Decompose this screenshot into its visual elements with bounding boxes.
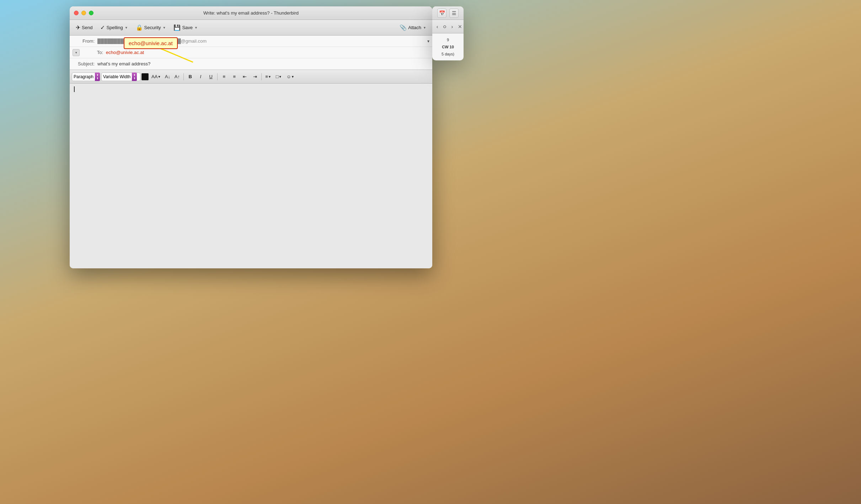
security-button[interactable]: 🔒 Security ▼ bbox=[133, 22, 169, 33]
bold-button[interactable]: B bbox=[186, 72, 195, 81]
save-label: Save bbox=[182, 25, 193, 30]
emoji-dropdown-icon: ▼ bbox=[291, 75, 294, 79]
font-increase-icon: A↑ bbox=[175, 74, 180, 79]
italic-button[interactable]: I bbox=[196, 72, 205, 81]
rp-next-button[interactable]: › bbox=[449, 23, 456, 30]
from-dropdown-icon[interactable]: ▾ bbox=[427, 39, 429, 44]
save-chevron: ▼ bbox=[194, 26, 198, 30]
maximize-button[interactable] bbox=[89, 11, 93, 15]
bullet-list-icon: ≡ bbox=[223, 74, 226, 79]
underline-label: U bbox=[209, 74, 213, 79]
to-label: To: bbox=[81, 50, 106, 55]
emoji-button[interactable]: ☺ ▼ bbox=[285, 72, 296, 81]
numbered-list-icon: ≡ bbox=[233, 74, 236, 79]
rp-list-icon: ☰ bbox=[452, 10, 456, 16]
italic-label: I bbox=[200, 74, 202, 79]
attach-icon: 📎 bbox=[400, 24, 407, 31]
security-label: Security bbox=[144, 25, 161, 30]
from-label: From: bbox=[73, 38, 97, 44]
align-button[interactable]: ≡ ▼ bbox=[263, 72, 273, 81]
right-panel: 📅 ☰ ‹ ○ › ✕ 9 CW 10 5 days) bbox=[432, 6, 464, 60]
indent-icon: ⇥ bbox=[253, 74, 257, 79]
save-icon: 💾 bbox=[173, 24, 181, 31]
send-icon: ✈ bbox=[76, 24, 80, 31]
window-title: Write: what's my email address? - Thunde… bbox=[203, 10, 299, 16]
font-size-aa-label: AA bbox=[151, 74, 157, 79]
security-chevron: ▼ bbox=[163, 26, 166, 30]
font-label: Variable Width bbox=[103, 74, 130, 79]
font-decrease-icon: A↓ bbox=[165, 74, 170, 79]
paragraph-label: Paragraph bbox=[74, 74, 93, 79]
rp-calendar-icon-btn[interactable]: 📅 bbox=[437, 9, 446, 18]
font-size-controls: AA ▼ A↓ A↑ bbox=[150, 72, 182, 81]
emoji-icon: ☺ bbox=[287, 74, 291, 79]
underline-button[interactable]: U bbox=[206, 72, 215, 81]
attach-button[interactable]: 📎 Attach ▼ bbox=[396, 22, 429, 33]
fmt-sep-3 bbox=[261, 73, 262, 80]
tooltip-email: echo@univie.ac.at bbox=[129, 40, 173, 46]
rp-date: 9 bbox=[435, 36, 461, 43]
numbered-list-button[interactable]: ≡ bbox=[230, 72, 239, 81]
security-icon: 🔒 bbox=[136, 24, 143, 31]
spelling-icon: ✓ bbox=[100, 24, 105, 31]
bold-label: B bbox=[189, 74, 192, 79]
subject-input[interactable] bbox=[97, 61, 429, 66]
save-button[interactable]: 💾 Save ▼ bbox=[170, 22, 201, 33]
minimize-button[interactable] bbox=[81, 11, 86, 15]
outdent-button[interactable]: ⇤ bbox=[240, 72, 249, 81]
rp-toolbar: 📅 ☰ bbox=[432, 6, 464, 20]
fmt-sep-2 bbox=[217, 73, 218, 80]
email-autocomplete-tooltip[interactable]: echo@univie.ac.at bbox=[124, 37, 178, 49]
paragraph-select[interactable]: Paragraph ⬆⬇ bbox=[72, 73, 100, 81]
rp-radio-icon: ○ bbox=[443, 23, 446, 30]
rp-calendar-icon: 📅 bbox=[439, 10, 445, 16]
close-button[interactable] bbox=[74, 11, 79, 15]
to-value: echo@univie.ac.at bbox=[106, 50, 429, 55]
send-label: Send bbox=[82, 25, 92, 30]
text-cursor bbox=[74, 86, 75, 92]
subject-value bbox=[97, 61, 429, 66]
font-select[interactable]: Variable Width ⬆⬇ bbox=[101, 73, 140, 81]
spelling-chevron: ▼ bbox=[125, 26, 128, 30]
subject-row: Subject: bbox=[70, 58, 432, 70]
rp-radio-row: ○ bbox=[443, 21, 446, 32]
insert-icon: □ bbox=[276, 74, 279, 79]
traffic-lights bbox=[74, 11, 93, 15]
main-toolbar: ✈ Send ✓ Spelling ▼ 🔒 Security ▼ 💾 Save … bbox=[70, 20, 432, 36]
indent-button[interactable]: ⇥ bbox=[250, 72, 260, 81]
send-button[interactable]: ✈ Send bbox=[73, 22, 96, 33]
font-increase-button[interactable]: A↑ bbox=[172, 72, 182, 81]
to-expand-button[interactable]: ▾ bbox=[73, 49, 80, 56]
rp-content: 9 CW 10 5 days) bbox=[432, 33, 464, 60]
rp-list-icon-btn[interactable]: ☰ bbox=[449, 9, 459, 18]
outdent-icon: ⇤ bbox=[243, 74, 247, 79]
rp-prev-button[interactable]: ‹ bbox=[434, 23, 441, 30]
bullet-list-button[interactable]: ≡ bbox=[219, 72, 229, 81]
format-toolbar: Paragraph ⬆⬇ Variable Width ⬆⬇ AA ▼ A↓ A… bbox=[70, 70, 432, 84]
to-email[interactable]: echo@univie.ac.at bbox=[106, 50, 144, 55]
spelling-label: Spelling bbox=[106, 25, 123, 30]
attach-chevron: ▼ bbox=[423, 26, 426, 30]
insert-dropdown-icon: ▼ bbox=[279, 75, 282, 79]
color-picker[interactable] bbox=[141, 73, 149, 80]
fmt-sep-1 bbox=[183, 73, 184, 80]
rp-close-button[interactable]: ✕ bbox=[458, 24, 462, 30]
font-size-button[interactable]: AA ▼ bbox=[150, 72, 162, 81]
rp-days: 5 days) bbox=[435, 50, 461, 58]
insert-button[interactable]: □ ▼ bbox=[274, 72, 284, 81]
align-dropdown-icon: ▼ bbox=[268, 75, 271, 79]
body-area[interactable] bbox=[70, 84, 432, 268]
rp-cw: CW 10 bbox=[435, 43, 461, 50]
font-arrow-icon: ⬆⬇ bbox=[132, 73, 137, 81]
align-icon: ≡ bbox=[265, 74, 268, 79]
titlebar: Write: what's my email address? - Thunde… bbox=[70, 6, 432, 20]
attach-label: Attach bbox=[408, 25, 421, 30]
font-size-dropdown-icon: ▼ bbox=[157, 75, 161, 79]
paragraph-arrow-icon: ⬆⬇ bbox=[95, 73, 100, 81]
subject-label: Subject: bbox=[73, 61, 97, 66]
rp-nav: ‹ ○ › ✕ bbox=[432, 20, 464, 33]
font-decrease-button[interactable]: A↓ bbox=[163, 72, 172, 81]
spelling-button[interactable]: ✓ Spelling ▼ bbox=[97, 22, 131, 33]
